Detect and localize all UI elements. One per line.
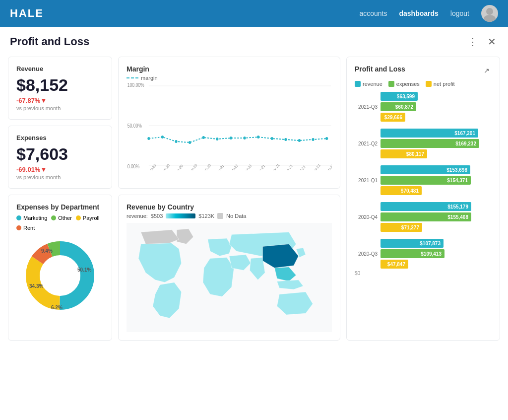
revenue-sub: vs previous month <box>16 105 104 111</box>
donut-chart: 50.1% 34.3% 6.2% 9.4% <box>16 236 104 315</box>
margin-legend-label: margin <box>141 75 158 81</box>
svg-text:Nov-20: Nov-20 <box>187 163 198 170</box>
nav-accounts[interactable]: accounts <box>359 9 387 17</box>
pnl-bar-row: $70,481 <box>381 186 492 195</box>
svg-point-40 <box>41 257 79 294</box>
svg-point-11 <box>189 141 191 144</box>
pnl-bar: $80,117 <box>381 149 427 158</box>
svg-point-19 <box>298 139 301 142</box>
svg-text:34.3%: 34.3% <box>29 283 43 289</box>
svg-point-0 <box>486 8 493 15</box>
map-max-value: $123K <box>198 213 214 219</box>
pnl-expand-button[interactable]: ↗ <box>482 65 492 76</box>
pnl-bar-row: $29,666 <box>381 113 492 122</box>
page-actions: ⋮ ✕ <box>466 35 498 49</box>
pnl-bar-row: $71,277 <box>381 223 492 232</box>
page-header: Profit and Loss ⋮ ✕ <box>0 27 508 53</box>
svg-point-18 <box>284 138 287 141</box>
revenue-country-title: Revenue by Country <box>127 203 332 211</box>
pnl-bar: $60,872 <box>381 102 416 111</box>
revenue-label: Revenue <box>16 65 104 72</box>
pnl-group: 2021-Q2$167,201$169,232$80,117 <box>355 129 492 158</box>
svg-text:Jun-21: Jun-21 <box>283 163 294 170</box>
pnl-bar: $71,277 <box>381 223 422 232</box>
svg-point-21 <box>325 137 328 140</box>
expenses-dept-title: Expenses by Department <box>16 203 104 211</box>
revenue-country-card: Revenue by Country revenue: $503 $123K N… <box>118 195 340 341</box>
pnl-legend-expenses: expenses <box>388 81 420 87</box>
revenue-card: Revenue $8,152 -67.87%▼ vs previous mont… <box>8 57 112 120</box>
pnl-group: 2020-Q3$107,873$109,413$47,847 <box>355 239 492 269</box>
pnl-bars: $167,201$169,232$80,117 <box>381 129 492 158</box>
svg-point-9 <box>161 136 164 139</box>
pnl-period-label: 2021-Q2 <box>355 141 378 146</box>
pnl-header: Profit and Loss ↗ <box>355 65 492 76</box>
pnl-bar-row: $107,873 <box>381 239 492 248</box>
svg-text:100.00%: 100.00% <box>127 82 144 88</box>
pnl-axis-label: $0 <box>355 271 492 276</box>
pnl-bar: $154,371 <box>381 176 471 185</box>
margin-title: Margin <box>127 65 332 73</box>
pnl-card: Profit and Loss ↗ revenue expenses net p… <box>346 57 500 341</box>
pnl-bar: $155,179 <box>381 202 471 211</box>
pnl-legend-revenue: revenue <box>355 81 382 87</box>
dept-marketing: Marketing <box>16 215 47 221</box>
pnl-bar-row: $167,201 <box>381 129 492 138</box>
svg-text:0.00%: 0.00% <box>127 164 139 169</box>
pnl-bar: $155,468 <box>381 212 471 221</box>
svg-point-1 <box>484 15 496 22</box>
svg-text:Dec-20: Dec-20 <box>201 163 212 170</box>
no-data-label: No Data <box>226 213 246 219</box>
pnl-bar: $70,481 <box>381 186 422 195</box>
pnl-bar-row: $63,599 <box>381 92 492 101</box>
expenses-change: -69.01%▼ <box>16 166 104 173</box>
expenses-card: Expenses $7,603 -69.01%▼ vs previous mon… <box>8 126 112 189</box>
pnl-bars: $107,873$109,413$47,847 <box>381 239 492 269</box>
user-avatar[interactable] <box>481 5 498 22</box>
pnl-bar: $153,698 <box>381 165 470 174</box>
dept-other: Other <box>51 215 72 221</box>
close-button[interactable]: ✕ <box>486 35 498 49</box>
pnl-bar: $63,599 <box>381 92 418 101</box>
pnl-bar: $29,666 <box>381 113 405 122</box>
pnl-period-label: 2020-Q4 <box>355 214 378 220</box>
svg-point-16 <box>257 136 259 139</box>
svg-text:May-21: May-21 <box>269 162 280 170</box>
map-legend: revenue: $503 $123K No Data <box>127 213 332 219</box>
expenses-dept-card: Expenses by Department Marketing Other P… <box>8 195 112 341</box>
dept-payroll: Payroll <box>76 215 100 221</box>
pnl-legend-revenue-label: revenue <box>363 81 382 87</box>
pnl-period-label: 2021-Q1 <box>355 178 378 183</box>
svg-text:Mar-21: Mar-21 <box>242 163 253 170</box>
pnl-period-label: 2021-Q3 <box>355 104 378 110</box>
pnl-bar: $109,413 <box>381 249 444 258</box>
svg-text:50.00%: 50.00% <box>127 123 142 129</box>
nav-logout[interactable]: logout <box>450 9 469 17</box>
svg-point-14 <box>230 137 232 140</box>
svg-text:Aug-20: Aug-20 <box>146 163 157 170</box>
dept-rent: Rent <box>16 225 35 231</box>
margin-card: Margin margin 100.00% 50.00% 0.00% <box>118 57 340 189</box>
svg-point-12 <box>202 136 205 139</box>
svg-point-20 <box>312 138 314 141</box>
revenue-label: revenue: <box>127 213 148 219</box>
svg-text:50.1%: 50.1% <box>77 267 91 273</box>
margin-legend: margin <box>127 75 332 81</box>
svg-text:Feb-21: Feb-21 <box>228 163 239 170</box>
main-nav: accounts dashboards logout <box>359 5 498 22</box>
pnl-legend-expenses-label: expenses <box>396 81 420 87</box>
pnl-bar-row: $109,413 <box>381 249 492 258</box>
pnl-legend-netprofit-label: net profit <box>434 81 455 87</box>
expenses-label: Expenses <box>16 134 104 141</box>
svg-text:6.2%: 6.2% <box>51 305 63 310</box>
pnl-bar-row: $155,179 <box>381 202 492 211</box>
pnl-group: 2021-Q3$63,599$60,872$29,666 <box>355 92 492 122</box>
nav-dashboards[interactable]: dashboards <box>399 9 438 17</box>
revenue-value: $8,152 <box>16 75 104 95</box>
left-column: Revenue $8,152 -67.87%▼ vs previous mont… <box>8 57 112 189</box>
more-options-button[interactable]: ⋮ <box>466 35 480 49</box>
expenses-value: $7,603 <box>16 144 104 164</box>
svg-text:Aug-21: Aug-21 <box>311 163 321 170</box>
svg-point-17 <box>271 137 273 140</box>
pnl-chart-area: 2021-Q3$63,599$60,872$29,6662021-Q2$167,… <box>355 92 492 269</box>
